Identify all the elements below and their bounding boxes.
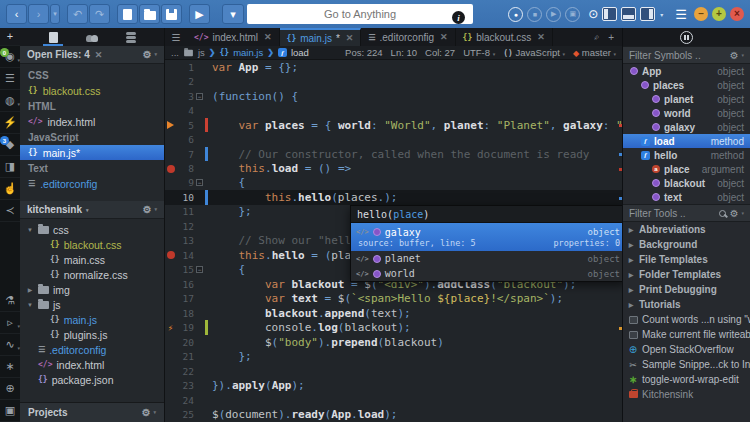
symbols-filter[interactable]: Filter Symbols .. ⚙ ▾: [623, 46, 750, 64]
search-icon[interactable]: [719, 210, 726, 217]
code-line-5[interactable]: 5 var places = { world: "World", planet:…: [165, 118, 622, 132]
tab-close-icon[interactable]: ✕: [537, 32, 545, 42]
tab-close-icon[interactable]: ✕: [264, 32, 272, 42]
fold-toggle-icon[interactable]: −: [196, 93, 203, 100]
format-icon[interactable]: ☰: [0, 68, 20, 90]
gutter-marker-column[interactable]: ⚡: [165, 323, 176, 333]
line-number[interactable]: 20: [176, 337, 194, 348]
tree-file-row[interactable]: {}normalize.css: [20, 267, 164, 282]
code-line-17[interactable]: 17 var text = $(`<span>Hello ${place}!</…: [165, 292, 622, 306]
tool-item[interactable]: Count words ...n using "wc": [623, 312, 750, 327]
search-info-icon[interactable]: i: [452, 11, 465, 24]
line-number[interactable]: 21: [176, 351, 194, 362]
symbols-gear-icon[interactable]: ⚙ ▾: [730, 50, 744, 61]
tab-close-icon[interactable]: ✕: [346, 33, 354, 43]
code-line-9[interactable]: 9− {: [165, 176, 622, 190]
line-number[interactable]: 9: [176, 177, 194, 188]
run-button[interactable]: ▶: [189, 4, 210, 24]
unit-testing-icon[interactable]: ⚗: [0, 290, 20, 312]
browser-preview-icon[interactable]: ◍▾: [0, 90, 20, 112]
editor-tab-blackout.css[interactable]: {}blackout.css✕: [456, 28, 553, 46]
sidebar-tab-files[interactable]: [41, 28, 65, 46]
code-line-4[interactable]: 4: [165, 103, 622, 117]
breakpoint-icon[interactable]: [167, 165, 175, 173]
line-number[interactable]: 23: [176, 380, 194, 391]
fold-column[interactable]: −: [194, 93, 205, 100]
line-number[interactable]: 15: [176, 264, 194, 275]
line-number[interactable]: 22: [176, 366, 194, 377]
symbol-row-load[interactable]: floadmethod: [623, 134, 750, 148]
code-line-2[interactable]: 2: [165, 74, 622, 88]
symbol-row-world[interactable]: worldobject: [623, 106, 750, 120]
window-maximize-button[interactable]: +: [712, 7, 726, 21]
sidebar-tab-collaboration[interactable]: [80, 28, 104, 46]
tool-folder-background[interactable]: ▶Background: [623, 237, 750, 252]
tool-folder-file-templates[interactable]: ▶File Templates: [623, 252, 750, 267]
tree-file-row[interactable]: {}main.js: [20, 312, 164, 327]
symbol-row-planet[interactable]: planetobject: [623, 92, 750, 106]
go-to-anything-input[interactable]: [247, 4, 473, 24]
bookmark-icon[interactable]: [167, 121, 174, 129]
line-number[interactable]: 24: [176, 395, 194, 406]
notifications-icon[interactable]: ◉▾0: [0, 46, 20, 68]
open-file-item[interactable]: </>index.html: [20, 114, 164, 129]
breadcrumb-file[interactable]: main.js: [233, 47, 263, 58]
pane-layout-caret[interactable]: ▾: [659, 11, 669, 18]
code-line-3[interactable]: 3−(function() {: [165, 89, 622, 103]
forward-button[interactable]: ›: [28, 4, 49, 24]
code-line-8[interactable]: 8 this.load = () =>: [165, 161, 622, 175]
macro-save-icon[interactable]: ▣: [565, 7, 580, 22]
tool-item[interactable]: ✂Sample Snippe...ck to Insert: [623, 357, 750, 372]
status-scc-branch[interactable]: ◆ master ▾: [573, 47, 616, 58]
tree-file-row[interactable]: {}main.css: [20, 252, 164, 267]
share-icon[interactable]: ≺: [0, 200, 20, 222]
undo-button[interactable]: ↶: [67, 4, 88, 24]
symbol-row-App[interactable]: Appobject: [623, 64, 750, 78]
projects-footer[interactable]: Projects ⚙ ▾: [20, 402, 164, 422]
marker-icon[interactable]: ⚡: [168, 323, 173, 333]
publish-icon[interactable]: ▣: [0, 400, 20, 422]
line-number[interactable]: 12: [176, 221, 194, 232]
line-number[interactable]: 10: [176, 192, 194, 203]
fold-column[interactable]: −: [194, 266, 205, 273]
tree-file-row[interactable]: {}package.json: [20, 372, 164, 387]
tools-filter[interactable]: Filter Tools .. ⚙ ▾: [623, 204, 750, 222]
code-line-21[interactable]: 21 };: [165, 349, 622, 363]
editor-tab-index.html[interactable]: </>index.html✕: [187, 28, 280, 46]
profiler-icon[interactable]: ∿▾: [0, 334, 20, 356]
code-line-6[interactable]: 6: [165, 132, 622, 146]
history-caret[interactable]: ▾: [50, 4, 60, 24]
tree-folder-row[interactable]: ▼js: [20, 297, 164, 312]
tool-folder-tutorials[interactable]: ▶Tutorials: [623, 297, 750, 312]
breadcrumb-folder[interactable]: js: [198, 47, 205, 58]
terminal-icon[interactable]: ▹▾: [0, 312, 20, 334]
breadcrumb-symbol[interactable]: load: [291, 47, 309, 58]
code-line-25[interactable]: 25$(document).ready(App.load);: [165, 407, 622, 421]
line-number[interactable]: 11: [176, 206, 194, 217]
macro-play-icon[interactable]: ▶: [546, 7, 561, 22]
code-line-7[interactable]: 7 // Our constructor, called when the do…: [165, 147, 622, 161]
toggle-left-pane-button[interactable]: [602, 7, 617, 21]
fold-column[interactable]: −: [194, 179, 205, 186]
collaborate-icon[interactable]: ◆3: [0, 134, 20, 156]
gutter-marker-column[interactable]: [165, 165, 176, 173]
macro-record-icon[interactable]: ●: [508, 7, 523, 22]
symbol-row-blackout[interactable]: blackoutobject: [623, 176, 750, 190]
line-number[interactable]: 13: [176, 235, 194, 246]
code-line-10[interactable]: 10 this.hello(places.);: [165, 190, 622, 204]
symbol-row-text[interactable]: textobject: [623, 190, 750, 204]
fold-toggle-icon[interactable]: −: [196, 179, 203, 186]
toggle-bottom-pane-button[interactable]: [621, 7, 636, 21]
tree-file-row[interactable]: {}plugins.js: [20, 327, 164, 342]
code-line-24[interactable]: 24: [165, 393, 622, 407]
line-number[interactable]: 16: [176, 279, 194, 290]
regex-toolkit-icon[interactable]: ∗: [0, 356, 20, 378]
window-minimize-button[interactable]: –: [694, 7, 708, 21]
code-line-19[interactable]: ⚡19 console.log(blackout);: [165, 320, 622, 334]
save-button[interactable]: [161, 4, 182, 24]
line-number[interactable]: 17: [176, 293, 194, 304]
toggle-right-pane-button[interactable]: [640, 7, 655, 21]
tool-folder-print-debugging[interactable]: ▶Print Debugging: [623, 282, 750, 297]
tab-list-icon[interactable]: ☰: [165, 28, 187, 46]
back-button[interactable]: ‹: [6, 4, 27, 24]
